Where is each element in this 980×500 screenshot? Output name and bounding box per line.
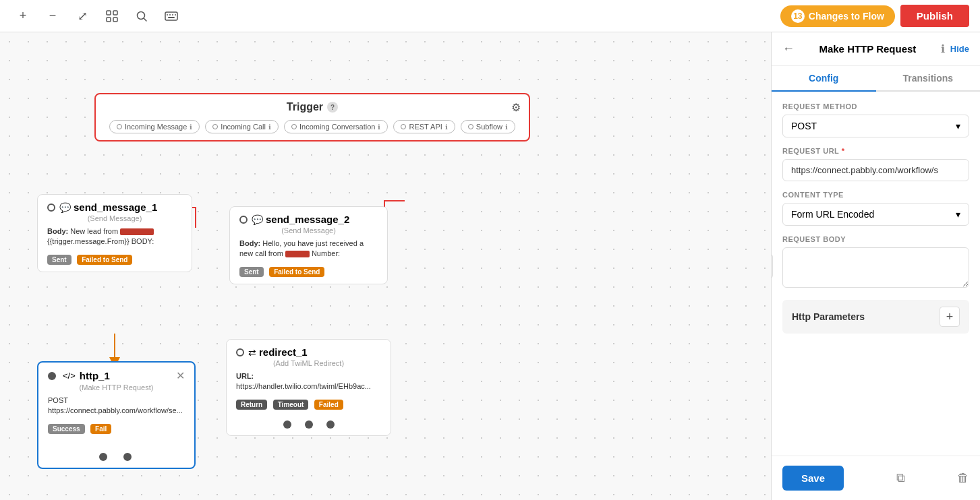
tab-config[interactable]: Config — [772, 66, 876, 92]
node-tags: Success Fail — [48, 422, 185, 434]
zoom-out-button[interactable]: − — [40, 4, 65, 28]
node-tags: Return Timeout Failed — [236, 398, 381, 410]
node-subtitle: (Send Message) — [47, 214, 182, 222]
panel-hide-button[interactable]: Hide — [950, 44, 969, 54]
chat-icon: 💬 — [59, 202, 71, 213]
code-icon: </> — [63, 371, 76, 381]
dot-1 — [283, 420, 291, 429]
redacted-text — [120, 228, 154, 235]
dot-2 — [305, 420, 313, 429]
trigger-help-icon: ? — [327, 102, 338, 113]
request-body-label: REQUEST BODY — [782, 235, 969, 243]
trigger-settings-icon[interactable]: ⚙ — [511, 101, 521, 114]
trigger-badge-incoming-message[interactable]: Incoming Message ℹ — [109, 120, 200, 133]
panel-body: REQUEST METHOD POST ▾ REQUEST URL * CONT… — [772, 92, 980, 456]
delete-button[interactable]: 🗑 — [957, 471, 969, 485]
panel-header: ← Make HTTP Request ℹ Hide — [772, 32, 980, 66]
badge-dot — [468, 124, 473, 129]
trigger-title: Trigger ? — [109, 101, 515, 113]
request-method-select[interactable]: POST ▾ — [782, 115, 969, 137]
trigger-badge-incoming-conversation[interactable]: Incoming Conversation ℹ — [284, 120, 388, 133]
request-method-label: REQUEST METHOD — [782, 102, 969, 111]
svg-point-4 — [138, 11, 145, 19]
add-param-button[interactable]: + — [940, 307, 960, 327]
svg-rect-3 — [113, 18, 117, 22]
dot-left — [99, 453, 107, 461]
panel-tabs: Config Transitions — [772, 66, 980, 92]
connection-dots — [48, 453, 185, 461]
tag-failed: Failed to Send — [269, 267, 324, 277]
tag-failed: Failed to Send — [77, 255, 132, 265]
http-1-node[interactable]: </> http_1 ✕ (Make HTTP Request) POST ht… — [37, 361, 196, 469]
connection-dots — [236, 420, 381, 429]
fit-button[interactable]: ⤢ — [70, 4, 94, 28]
changes-label: Changes to Flow — [809, 11, 884, 22]
trigger-badges: Incoming Message ℹ Incoming Call ℹ Incom… — [109, 120, 515, 133]
redirect-1-node[interactable]: ⇄ redirect_1 (Add TwiML Redirect) URL: h… — [226, 339, 391, 436]
tab-transitions[interactable]: Transitions — [876, 66, 981, 92]
grid-button[interactable] — [100, 4, 124, 28]
request-url-input[interactable] — [782, 159, 969, 181]
panel-back-button[interactable]: ← — [782, 42, 795, 56]
badge-info-icon: ℹ — [445, 123, 448, 131]
node-subtitle: (Send Message) — [239, 226, 378, 235]
node-body: POST https://connect.pabbly.com/workflow… — [48, 396, 185, 416]
search-button[interactable] — [129, 4, 154, 28]
trigger-node[interactable]: ⚙ Trigger ? Incoming Message ℹ Incoming … — [94, 93, 530, 142]
content-type-value: Form URL Encoded — [791, 209, 874, 220]
node-title: redirect_1 — [259, 346, 308, 358]
svg-rect-6 — [165, 12, 177, 20]
toolbar: + − ⤢ 13 Changes to Flow Publish — [0, 0, 980, 32]
tag-fail: Fail — [90, 424, 111, 434]
send-message-1-node[interactable]: 💬 send_message_1 (Send Message) Body: Ne… — [37, 194, 192, 272]
node-tags: Sent Failed to Send — [239, 265, 378, 277]
node-title: send_message_1 — [74, 201, 157, 213]
badge-info-icon: ℹ — [378, 123, 380, 131]
request-method-value: POST — [791, 121, 817, 131]
content-type-select[interactable]: Form URL Encoded ▾ — [782, 203, 969, 226]
publish-button[interactable]: Publish — [900, 5, 969, 27]
tag-timeout: Timeout — [273, 400, 309, 410]
trigger-badge-subflow[interactable]: Subflow ℹ — [461, 120, 515, 133]
zoom-in-button[interactable]: + — [11, 4, 35, 28]
keyboard-button[interactable] — [159, 4, 183, 28]
trigger-badge-incoming-call[interactable]: Incoming Call ℹ — [205, 120, 279, 133]
right-panel: ≪ ← Make HTTP Request ℹ Hide Config Tran… — [771, 32, 980, 500]
request-body-textarea[interactable] — [782, 247, 969, 288]
chevron-down-icon: ▾ — [956, 121, 960, 131]
send-message-2-node[interactable]: 💬 send_message_2 (Send Message) Body: He… — [229, 206, 388, 284]
panel-footer: Save ⧉ 🗑 — [772, 456, 980, 500]
redirect-icon: ⇄ — [248, 347, 256, 358]
canvas[interactable]: ⚙ Trigger ? Incoming Message ℹ Incoming … — [0, 32, 771, 500]
copy-button[interactable]: ⧉ — [896, 471, 905, 485]
node-subtitle: (Add TwiML Redirect) — [236, 359, 381, 367]
badge-dot — [117, 124, 122, 129]
svg-rect-2 — [107, 18, 111, 22]
node-title: http_1 — [80, 370, 110, 381]
trigger-badge-rest-api[interactable]: REST API ℹ — [393, 120, 455, 133]
node-body: Body: Hello, you have just received a ne… — [239, 239, 378, 259]
tag-sent: Sent — [47, 255, 71, 265]
node-tags: Sent Failed to Send — [47, 253, 182, 265]
svg-line-5 — [144, 18, 147, 21]
badge-info-icon: ℹ — [505, 123, 508, 131]
svg-rect-0 — [107, 11, 111, 15]
badge-info-icon: ℹ — [268, 123, 271, 131]
panel-title: Make HTTP Request — [800, 43, 935, 55]
http-params-label: Http Parameters — [792, 311, 865, 322]
save-button[interactable]: Save — [782, 466, 844, 491]
main-area: ⚙ Trigger ? Incoming Message ℹ Incoming … — [0, 32, 980, 500]
content-type-label: CONTENT TYPE — [782, 191, 969, 199]
panel-info-button[interactable]: ℹ — [941, 42, 945, 55]
svg-rect-1 — [113, 11, 117, 15]
required-indicator: * — [839, 147, 844, 155]
panel-collapse-button[interactable]: ≪ — [771, 254, 773, 278]
node-close-button[interactable]: ✕ — [176, 369, 185, 382]
tag-success: Success — [48, 424, 85, 434]
request-url-label: REQUEST URL * — [782, 147, 969, 155]
tag-return: Return — [236, 400, 267, 410]
badge-dot — [401, 124, 406, 129]
node-dot — [47, 204, 55, 212]
node-subtitle: (Make HTTP Request) — [48, 383, 185, 392]
changes-badge-button[interactable]: 13 Changes to Flow — [780, 5, 895, 27]
